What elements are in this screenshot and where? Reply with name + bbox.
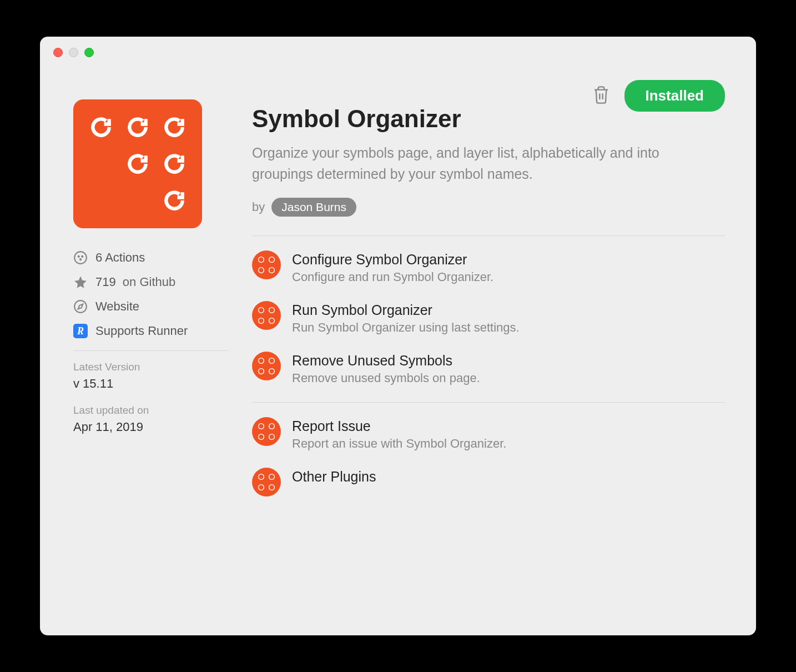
svg-point-1 (78, 256, 79, 257)
runner-icon: R (73, 324, 88, 338)
version-label: Latest Version (73, 361, 229, 373)
action-title: Remove Unused Symbols (292, 353, 725, 369)
svg-point-8 (269, 268, 275, 273)
website-label: Website (95, 299, 139, 314)
action-icon (252, 352, 281, 380)
svg-point-15 (258, 369, 264, 374)
svg-point-2 (82, 256, 83, 257)
install-status-button[interactable]: Installed (624, 80, 725, 112)
updated-label: Last updated on (73, 404, 229, 417)
author-pill[interactable]: Jason Burns (271, 198, 356, 217)
svg-point-7 (258, 268, 264, 273)
actions-count-text: 6 Actions (95, 250, 145, 265)
actions-icon (73, 250, 88, 265)
action-remove-unused[interactable]: Remove Unused Symbols Remove unused symb… (252, 352, 725, 385)
action-run[interactable]: Run Symbol Organizer Run Symbol Organize… (252, 301, 725, 335)
trash-icon (592, 98, 610, 107)
star-icon (73, 275, 88, 289)
svg-point-3 (80, 259, 81, 260)
version-value: v 15.11 (73, 377, 229, 391)
action-desc: Configure and run Symbol Organizer. (292, 270, 725, 284)
svg-point-20 (269, 434, 275, 440)
action-icon (252, 417, 281, 446)
svg-point-19 (258, 434, 264, 440)
meta-actions-count: 6 Actions (73, 250, 229, 265)
maximize-window-button[interactable] (84, 48, 94, 57)
action-title: Report Issue (292, 418, 725, 434)
svg-point-12 (269, 318, 275, 324)
action-icon (252, 301, 281, 330)
svg-point-11 (258, 318, 264, 324)
svg-point-9 (258, 307, 264, 313)
action-title: Run Symbol Organizer (292, 302, 725, 318)
svg-point-18 (269, 423, 275, 429)
svg-point-17 (258, 423, 264, 429)
byline: by Jason Burns (252, 198, 725, 217)
meta-website-link[interactable]: Website (73, 299, 229, 314)
action-report-issue[interactable]: Report Issue Report an issue with Symbol… (252, 417, 725, 451)
last-updated-block: Last updated on Apr 11, 2019 (73, 404, 229, 434)
stars-suffix: on Github (123, 275, 175, 289)
svg-point-23 (258, 485, 264, 490)
runner-label: Supports Runner (95, 324, 188, 338)
action-desc: Remove unused symbols on page. (292, 371, 725, 385)
action-icon (252, 468, 281, 497)
latest-version-block: Latest Version v 15.11 (73, 361, 229, 391)
svg-point-0 (74, 252, 87, 264)
sidebar-divider (73, 350, 229, 351)
by-label: by (252, 200, 265, 214)
svg-point-24 (269, 485, 275, 490)
header-controls: Installed (590, 80, 725, 112)
compass-icon (73, 299, 88, 314)
plugin-sidebar: 6 Actions 719 on Github (73, 99, 229, 513)
plugin-main-content: Symbol Organizer Organize your symbols p… (252, 99, 725, 513)
close-window-button[interactable] (53, 48, 63, 57)
action-other-plugins[interactable]: Other Plugins (252, 468, 725, 497)
meta-list: 6 Actions 719 on Github (73, 250, 229, 338)
plugin-description: Organize your symbols page, and layer li… (252, 143, 663, 184)
svg-point-10 (269, 307, 275, 313)
svg-point-22 (269, 474, 275, 479)
minimize-window-button[interactable] (69, 48, 78, 57)
action-title: Configure Symbol Organizer (292, 252, 725, 268)
stars-count: 719 (95, 275, 116, 289)
svg-point-4 (74, 300, 87, 313)
action-title: Other Plugins (292, 469, 725, 485)
uninstall-button[interactable] (590, 83, 612, 109)
meta-supports-runner: R Supports Runner (73, 324, 229, 338)
traffic-lights (53, 48, 94, 57)
action-desc: Run Symbol Organizer using last settings… (292, 320, 725, 335)
main-divider-2 (252, 402, 725, 403)
plugin-icon (73, 99, 202, 228)
action-icon (252, 250, 281, 279)
plugin-detail-window: Installed (40, 37, 756, 635)
svg-point-21 (258, 474, 264, 479)
svg-point-13 (258, 358, 264, 363)
svg-point-16 (269, 369, 275, 374)
meta-github-stars[interactable]: 719 on Github (73, 275, 229, 289)
window-titlebar (40, 37, 756, 68)
main-divider (252, 235, 725, 236)
svg-point-14 (269, 358, 275, 363)
action-configure[interactable]: Configure Symbol Organizer Configure and… (252, 250, 725, 284)
svg-point-6 (269, 257, 275, 262)
updated-value: Apr 11, 2019 (73, 420, 229, 434)
action-desc: Report an issue with Symbol Organizer. (292, 437, 725, 451)
svg-point-5 (258, 257, 264, 262)
